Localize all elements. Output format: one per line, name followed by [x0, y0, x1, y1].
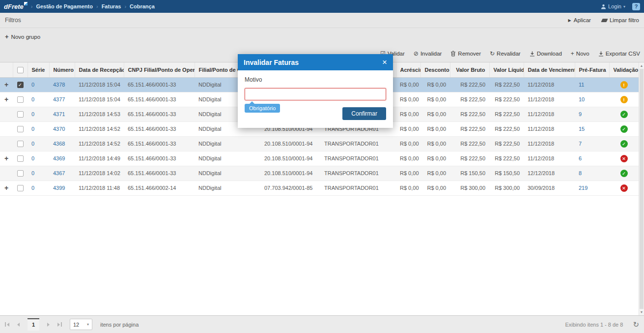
- table-row[interactable]: +0436911/12/2018 14:4965.151.466/0001-33…: [0, 151, 639, 166]
- prev-page-button[interactable]: [17, 323, 20, 327]
- column-header-acrescimo[interactable]: Acréscimo: [396, 62, 420, 77]
- invalidate-button[interactable]: ⊘Invalidar: [414, 51, 442, 57]
- app-logo[interactable]: dFrete: [4, 3, 28, 10]
- export-csv-button[interactable]: Exportar CSV: [598, 51, 640, 57]
- cell-data-recepcao: 11/12/2018 14:02: [75, 166, 124, 181]
- expand-icon[interactable]: +: [4, 81, 8, 89]
- eraser-icon: [601, 19, 608, 22]
- select-cell[interactable]: [13, 77, 28, 92]
- cell-pre-fatura: 219: [575, 181, 609, 195]
- revalidate-button[interactable]: ↻Revalidar: [490, 51, 521, 57]
- cell-acrescimo: R$ 0,00: [396, 121, 420, 136]
- invalid-status-icon: ✕: [620, 155, 628, 162]
- last-page-button[interactable]: [57, 322, 62, 327]
- column-header-validacao[interactable]: Validação: [609, 62, 639, 77]
- select-cell[interactable]: [13, 151, 28, 166]
- row-checkbox[interactable]: [17, 96, 24, 103]
- scroll-down-icon[interactable]: ▼: [639, 309, 644, 315]
- column-header-serie[interactable]: Série: [28, 62, 49, 77]
- select-cell[interactable]: [13, 181, 28, 195]
- row-checkbox[interactable]: [17, 155, 24, 162]
- row-checkbox[interactable]: [17, 111, 24, 118]
- table-row[interactable]: 0436811/12/2018 14:5265.151.466/0001-33N…: [0, 136, 639, 151]
- play-icon: ▶: [568, 18, 571, 23]
- column-header-pre-fatura[interactable]: Pré-Fatura: [575, 62, 609, 77]
- cell-serie: 0: [28, 151, 49, 166]
- expand-cell[interactable]: +: [0, 181, 13, 195]
- expand-icon[interactable]: +: [4, 95, 8, 103]
- select-all-checkbox[interactable]: [17, 67, 24, 73]
- column-header-data-recepcao[interactable]: Data de Recepção ↓: [75, 62, 124, 77]
- select-cell[interactable]: [13, 166, 28, 181]
- column-header-numero[interactable]: Número: [49, 62, 75, 77]
- column-header-valor-bruto[interactable]: Valor Bruto: [450, 62, 489, 77]
- expand-icon[interactable]: +: [4, 184, 8, 192]
- download-icon: [598, 51, 604, 57]
- expand-icon[interactable]: +: [4, 154, 8, 162]
- scroll-up-icon[interactable]: ▲: [639, 62, 644, 69]
- cell-serie: 0: [28, 77, 49, 92]
- cell-validacao: ✕: [609, 151, 639, 166]
- cell-valor-bruto: R$ 300,00: [450, 181, 489, 195]
- first-page-button[interactable]: [5, 322, 9, 327]
- row-checkbox[interactable]: [17, 126, 24, 132]
- confirm-button[interactable]: Confirmar: [342, 107, 386, 120]
- new-group-button[interactable]: + Novo grupo: [5, 33, 40, 40]
- column-header-valor-liquido[interactable]: Valor Líquido: [489, 62, 524, 77]
- remove-button[interactable]: Remover: [450, 51, 481, 57]
- cell-valor-bruto: R$ 222,50: [450, 136, 489, 151]
- valid-status-icon: ✓: [620, 111, 628, 118]
- select-cell[interactable]: [13, 136, 28, 151]
- pager: 1 12 ▾ itens por página Exibindo itens 1…: [0, 315, 644, 333]
- cell-numero: 4371: [49, 107, 75, 121]
- cell-desconto: R$ 0,00: [420, 92, 450, 107]
- apply-filter-button[interactable]: ▶ Aplicar: [568, 17, 591, 23]
- clear-filter-button[interactable]: Limpar filtro: [602, 17, 639, 23]
- refresh-icon[interactable]: ↻: [633, 320, 639, 329]
- expand-cell[interactable]: +: [0, 151, 13, 166]
- vertical-scrollbar[interactable]: ▲ ▼: [639, 62, 644, 315]
- column-header-data-vencimento[interactable]: Data de Vencimento: [524, 62, 575, 77]
- table-row[interactable]: +0439911/12/2018 11:4865.151.466/0002-14…: [0, 181, 639, 195]
- scrollbar-thumb[interactable]: [640, 69, 644, 309]
- column-header-select[interactable]: [13, 62, 28, 77]
- cell-numero: 4399: [49, 181, 75, 195]
- row-checkbox[interactable]: [17, 82, 24, 88]
- help-icon[interactable]: ?: [632, 3, 640, 10]
- cell-data-vencimento: 11/12/2018: [524, 136, 575, 151]
- cell-data-recepcao: 11/12/2018 14:52: [75, 136, 124, 151]
- cell-validacao: ✓: [609, 166, 639, 181]
- plus-icon: +: [5, 33, 9, 40]
- pager-status: Exibindo itens 1 - 8 de 8: [565, 322, 623, 328]
- cell-valor-liquido: R$ 222,50: [489, 121, 524, 136]
- row-checkbox[interactable]: [17, 170, 24, 177]
- cell-data-vencimento: 30/09/2018: [524, 181, 575, 195]
- motivo-input[interactable]: [245, 88, 386, 100]
- row-checkbox[interactable]: [17, 141, 24, 147]
- current-page[interactable]: 1: [28, 318, 39, 331]
- cell-filial: NDDigital: [195, 151, 260, 166]
- download-button[interactable]: Download: [530, 51, 562, 57]
- breadcrumb-cobranca[interactable]: Cobrança: [130, 3, 155, 9]
- select-cell[interactable]: [13, 92, 28, 107]
- breadcrumb-gestao-de-pagamento[interactable]: Gestão de Pagamento: [36, 3, 93, 9]
- breadcrumb-faturas[interactable]: Faturas: [102, 3, 121, 9]
- row-checkbox[interactable]: [17, 185, 24, 191]
- filter-actions: ▶ Aplicar Limpar filtro: [568, 17, 639, 23]
- cell-cnpj-transportador: 20.108.510/0001-94: [260, 151, 320, 166]
- close-icon[interactable]: ×: [382, 58, 387, 66]
- select-cell[interactable]: [13, 107, 28, 121]
- login-menu[interactable]: Login ▾: [601, 3, 625, 9]
- next-page-button[interactable]: [47, 323, 50, 327]
- expand-cell[interactable]: +: [0, 77, 13, 92]
- column-header-cnpj-filial[interactable]: CNPJ Filial/Ponto de Operação: [124, 62, 195, 77]
- column-header-desconto[interactable]: Desconto: [420, 62, 450, 77]
- modal-title: Invalidar Faturas: [244, 59, 299, 66]
- new-button[interactable]: +Novo: [571, 51, 589, 57]
- expand-cell[interactable]: +: [0, 92, 13, 107]
- chevron-right-icon: ›: [31, 3, 33, 9]
- table-row[interactable]: 0436711/12/2018 14:0265.151.466/0001-33N…: [0, 166, 639, 181]
- page-size-select[interactable]: 12 ▾: [70, 319, 92, 330]
- cell-validacao: !: [609, 77, 639, 92]
- select-cell[interactable]: [13, 121, 28, 136]
